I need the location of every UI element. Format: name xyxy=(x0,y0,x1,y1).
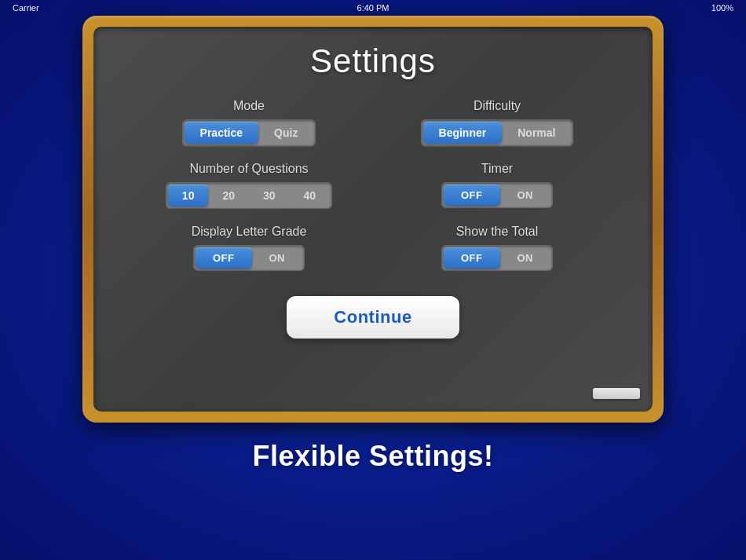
difficulty-beginner-button[interactable]: Beginner xyxy=(423,122,503,144)
num-40-button[interactable]: 40 xyxy=(290,185,331,207)
mode-practice-button[interactable]: Practice xyxy=(185,122,258,144)
chalkboard-frame: Settings Mode Practice Quiz Difficulty B… xyxy=(82,16,664,423)
timer-section: Timer OFF ON xyxy=(389,162,605,209)
continue-button[interactable]: Continue xyxy=(287,296,459,339)
show-total-control: OFF ON xyxy=(441,245,553,271)
mode-quiz-button[interactable]: Quiz xyxy=(258,122,313,144)
num-10-button[interactable]: 10 xyxy=(168,185,209,207)
battery-label: 100% xyxy=(711,3,733,13)
page-title: Settings xyxy=(125,42,621,80)
show-total-label: Show the Total xyxy=(456,225,539,239)
timer-label: Timer xyxy=(481,162,513,176)
time-label: 6:40 PM xyxy=(357,3,389,13)
num-questions-section: Number of Questions 10 20 30 40 xyxy=(141,162,357,209)
letter-grade-on-button[interactable]: ON xyxy=(252,247,303,269)
num-30-button[interactable]: 30 xyxy=(249,185,290,207)
chalk-eraser xyxy=(593,388,640,399)
num-20-button[interactable]: 20 xyxy=(208,185,249,207)
difficulty-section: Difficulty Beginner Normal xyxy=(389,99,605,146)
letter-grade-section: Display Letter Grade OFF ON xyxy=(141,225,357,271)
status-bar: Carrier 6:40 PM 100% xyxy=(0,0,746,16)
settings-grid: Mode Practice Quiz Difficulty Beginner N… xyxy=(125,99,621,271)
letter-grade-label: Display Letter Grade xyxy=(192,225,307,239)
letter-grade-off-button[interactable]: OFF xyxy=(196,247,252,269)
show-total-off-button[interactable]: OFF xyxy=(444,247,500,269)
show-total-on-button[interactable]: ON xyxy=(500,247,551,269)
difficulty-normal-button[interactable]: Normal xyxy=(502,122,571,144)
timer-off-button[interactable]: OFF xyxy=(444,185,500,206)
timer-on-button[interactable]: ON xyxy=(500,185,551,206)
mode-section: Mode Practice Quiz xyxy=(141,99,357,146)
show-total-section: Show the Total OFF ON xyxy=(389,225,605,271)
chalkboard: Settings Mode Practice Quiz Difficulty B… xyxy=(93,27,653,412)
bottom-tagline: Flexible Settings! xyxy=(252,440,493,473)
continue-section: Continue xyxy=(125,296,621,339)
carrier-label: Carrier xyxy=(13,3,39,13)
mode-control: Practice Quiz xyxy=(182,119,316,146)
letter-grade-control: OFF ON xyxy=(193,245,305,271)
difficulty-label: Difficulty xyxy=(474,99,521,113)
timer-control: OFF ON xyxy=(441,182,553,208)
num-questions-control: 10 20 30 40 xyxy=(166,182,332,209)
num-questions-label: Number of Questions xyxy=(189,162,308,176)
difficulty-control: Beginner Normal xyxy=(421,119,574,146)
mode-label: Mode xyxy=(233,99,265,113)
